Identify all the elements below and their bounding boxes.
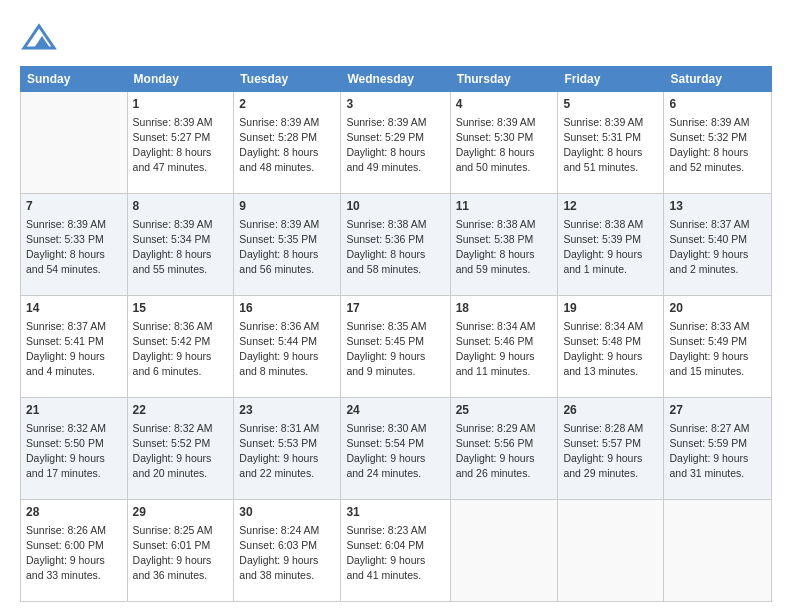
header-day-monday: Monday — [127, 67, 234, 92]
day-number: 29 — [133, 504, 229, 521]
header-day-thursday: Thursday — [450, 67, 558, 92]
day-content: Sunrise: 8:39 AM Sunset: 5:27 PM Dayligh… — [133, 115, 229, 176]
week-row-2: 7Sunrise: 8:39 AM Sunset: 5:33 PM Daylig… — [21, 194, 772, 296]
day-number: 12 — [563, 198, 658, 215]
header-day-wednesday: Wednesday — [341, 67, 450, 92]
day-number: 30 — [239, 504, 335, 521]
calendar-cell: 23Sunrise: 8:31 AM Sunset: 5:53 PM Dayli… — [234, 398, 341, 500]
day-content: Sunrise: 8:30 AM Sunset: 5:54 PM Dayligh… — [346, 421, 444, 482]
day-content: Sunrise: 8:39 AM Sunset: 5:35 PM Dayligh… — [239, 217, 335, 278]
calendar-cell: 17Sunrise: 8:35 AM Sunset: 5:45 PM Dayli… — [341, 296, 450, 398]
calendar-cell — [664, 500, 772, 602]
header-day-friday: Friday — [558, 67, 664, 92]
calendar-table: SundayMondayTuesdayWednesdayThursdayFrid… — [20, 66, 772, 602]
day-number: 21 — [26, 402, 122, 419]
day-content: Sunrise: 8:28 AM Sunset: 5:57 PM Dayligh… — [563, 421, 658, 482]
day-content: Sunrise: 8:25 AM Sunset: 6:01 PM Dayligh… — [133, 523, 229, 584]
day-content: Sunrise: 8:34 AM Sunset: 5:46 PM Dayligh… — [456, 319, 553, 380]
day-number: 6 — [669, 96, 766, 113]
day-number: 9 — [239, 198, 335, 215]
calendar-cell: 24Sunrise: 8:30 AM Sunset: 5:54 PM Dayli… — [341, 398, 450, 500]
day-number: 18 — [456, 300, 553, 317]
day-content: Sunrise: 8:29 AM Sunset: 5:56 PM Dayligh… — [456, 421, 553, 482]
day-number: 8 — [133, 198, 229, 215]
logo — [20, 18, 60, 56]
day-number: 5 — [563, 96, 658, 113]
calendar-cell: 18Sunrise: 8:34 AM Sunset: 5:46 PM Dayli… — [450, 296, 558, 398]
day-content: Sunrise: 8:27 AM Sunset: 5:59 PM Dayligh… — [669, 421, 766, 482]
calendar-cell: 6Sunrise: 8:39 AM Sunset: 5:32 PM Daylig… — [664, 92, 772, 194]
day-content: Sunrise: 8:32 AM Sunset: 5:52 PM Dayligh… — [133, 421, 229, 482]
day-content: Sunrise: 8:39 AM Sunset: 5:34 PM Dayligh… — [133, 217, 229, 278]
calendar-cell: 27Sunrise: 8:27 AM Sunset: 5:59 PM Dayli… — [664, 398, 772, 500]
calendar-cell: 10Sunrise: 8:38 AM Sunset: 5:36 PM Dayli… — [341, 194, 450, 296]
day-number: 19 — [563, 300, 658, 317]
day-number: 2 — [239, 96, 335, 113]
day-number: 13 — [669, 198, 766, 215]
week-row-4: 21Sunrise: 8:32 AM Sunset: 5:50 PM Dayli… — [21, 398, 772, 500]
day-content: Sunrise: 8:39 AM Sunset: 5:28 PM Dayligh… — [239, 115, 335, 176]
day-content: Sunrise: 8:35 AM Sunset: 5:45 PM Dayligh… — [346, 319, 444, 380]
calendar-cell: 7Sunrise: 8:39 AM Sunset: 5:33 PM Daylig… — [21, 194, 128, 296]
calendar-cell: 25Sunrise: 8:29 AM Sunset: 5:56 PM Dayli… — [450, 398, 558, 500]
day-content: Sunrise: 8:33 AM Sunset: 5:49 PM Dayligh… — [669, 319, 766, 380]
day-number: 23 — [239, 402, 335, 419]
calendar-cell: 22Sunrise: 8:32 AM Sunset: 5:52 PM Dayli… — [127, 398, 234, 500]
day-number: 25 — [456, 402, 553, 419]
calendar-cell: 11Sunrise: 8:38 AM Sunset: 5:38 PM Dayli… — [450, 194, 558, 296]
calendar-cell: 12Sunrise: 8:38 AM Sunset: 5:39 PM Dayli… — [558, 194, 664, 296]
day-number: 20 — [669, 300, 766, 317]
day-content: Sunrise: 8:39 AM Sunset: 5:29 PM Dayligh… — [346, 115, 444, 176]
day-content: Sunrise: 8:39 AM Sunset: 5:32 PM Dayligh… — [669, 115, 766, 176]
calendar-cell: 20Sunrise: 8:33 AM Sunset: 5:49 PM Dayli… — [664, 296, 772, 398]
day-content: Sunrise: 8:24 AM Sunset: 6:03 PM Dayligh… — [239, 523, 335, 584]
day-number: 15 — [133, 300, 229, 317]
day-number: 7 — [26, 198, 122, 215]
day-number: 4 — [456, 96, 553, 113]
day-number: 27 — [669, 402, 766, 419]
day-content: Sunrise: 8:32 AM Sunset: 5:50 PM Dayligh… — [26, 421, 122, 482]
day-content: Sunrise: 8:37 AM Sunset: 5:41 PM Dayligh… — [26, 319, 122, 380]
calendar-cell: 3Sunrise: 8:39 AM Sunset: 5:29 PM Daylig… — [341, 92, 450, 194]
calendar-cell: 5Sunrise: 8:39 AM Sunset: 5:31 PM Daylig… — [558, 92, 664, 194]
day-content: Sunrise: 8:34 AM Sunset: 5:48 PM Dayligh… — [563, 319, 658, 380]
day-number: 17 — [346, 300, 444, 317]
day-number: 1 — [133, 96, 229, 113]
calendar-cell: 31Sunrise: 8:23 AM Sunset: 6:04 PM Dayli… — [341, 500, 450, 602]
day-content: Sunrise: 8:38 AM Sunset: 5:38 PM Dayligh… — [456, 217, 553, 278]
day-number: 26 — [563, 402, 658, 419]
calendar-cell: 26Sunrise: 8:28 AM Sunset: 5:57 PM Dayli… — [558, 398, 664, 500]
day-content: Sunrise: 8:31 AM Sunset: 5:53 PM Dayligh… — [239, 421, 335, 482]
day-content: Sunrise: 8:37 AM Sunset: 5:40 PM Dayligh… — [669, 217, 766, 278]
day-number: 31 — [346, 504, 444, 521]
logo-icon — [20, 18, 58, 56]
calendar-cell: 28Sunrise: 8:26 AM Sunset: 6:00 PM Dayli… — [21, 500, 128, 602]
day-content: Sunrise: 8:39 AM Sunset: 5:30 PM Dayligh… — [456, 115, 553, 176]
day-content: Sunrise: 8:39 AM Sunset: 5:33 PM Dayligh… — [26, 217, 122, 278]
day-content: Sunrise: 8:38 AM Sunset: 5:39 PM Dayligh… — [563, 217, 658, 278]
header-day-sunday: Sunday — [21, 67, 128, 92]
day-number: 28 — [26, 504, 122, 521]
calendar-cell: 9Sunrise: 8:39 AM Sunset: 5:35 PM Daylig… — [234, 194, 341, 296]
calendar-cell — [558, 500, 664, 602]
calendar-cell: 29Sunrise: 8:25 AM Sunset: 6:01 PM Dayli… — [127, 500, 234, 602]
calendar-cell — [450, 500, 558, 602]
day-number: 22 — [133, 402, 229, 419]
day-number: 16 — [239, 300, 335, 317]
calendar-header: SundayMondayTuesdayWednesdayThursdayFrid… — [21, 67, 772, 92]
header-row: SundayMondayTuesdayWednesdayThursdayFrid… — [21, 67, 772, 92]
day-content: Sunrise: 8:26 AM Sunset: 6:00 PM Dayligh… — [26, 523, 122, 584]
day-number: 24 — [346, 402, 444, 419]
calendar-cell: 16Sunrise: 8:36 AM Sunset: 5:44 PM Dayli… — [234, 296, 341, 398]
day-content: Sunrise: 8:36 AM Sunset: 5:44 PM Dayligh… — [239, 319, 335, 380]
calendar-cell: 21Sunrise: 8:32 AM Sunset: 5:50 PM Dayli… — [21, 398, 128, 500]
day-number: 11 — [456, 198, 553, 215]
day-content: Sunrise: 8:39 AM Sunset: 5:31 PM Dayligh… — [563, 115, 658, 176]
calendar-cell: 13Sunrise: 8:37 AM Sunset: 5:40 PM Dayli… — [664, 194, 772, 296]
page: SundayMondayTuesdayWednesdayThursdayFrid… — [0, 0, 792, 612]
day-content: Sunrise: 8:38 AM Sunset: 5:36 PM Dayligh… — [346, 217, 444, 278]
calendar-cell: 8Sunrise: 8:39 AM Sunset: 5:34 PM Daylig… — [127, 194, 234, 296]
day-number: 10 — [346, 198, 444, 215]
calendar-cell: 15Sunrise: 8:36 AM Sunset: 5:42 PM Dayli… — [127, 296, 234, 398]
calendar-cell: 4Sunrise: 8:39 AM Sunset: 5:30 PM Daylig… — [450, 92, 558, 194]
